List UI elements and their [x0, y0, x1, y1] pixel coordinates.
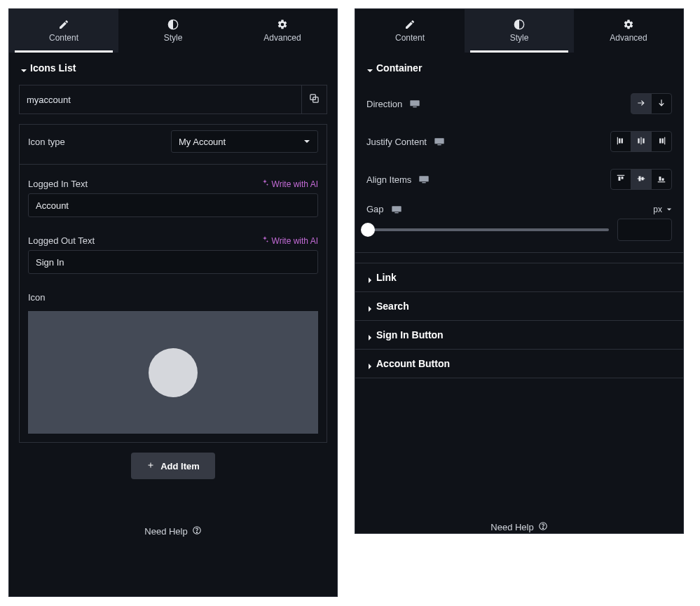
svg-rect-6 — [411, 100, 420, 106]
justify-toggle — [611, 131, 672, 152]
align-end-icon — [657, 174, 666, 186]
icon-preview[interactable] — [28, 311, 318, 434]
tab-advanced[interactable]: Advanced — [228, 9, 337, 53]
svg-rect-27 — [658, 181, 666, 182]
direction-column-button[interactable] — [651, 93, 672, 114]
link-section-title: Link — [376, 272, 397, 283]
tab-advanced-label: Advanced — [263, 33, 301, 43]
sign-in-section-header[interactable]: Sign In Button — [355, 320, 683, 349]
svg-rect-15 — [643, 138, 644, 143]
icons-list-title: Icons List — [30, 62, 76, 74]
chevron-down-icon — [20, 65, 26, 71]
desktop-icon[interactable] — [409, 99, 420, 108]
direction-row-button[interactable] — [631, 93, 652, 114]
chevron-right-icon — [366, 361, 372, 366]
svg-rect-16 — [664, 137, 665, 144]
svg-point-33 — [542, 528, 543, 528]
svg-rect-11 — [619, 138, 620, 143]
icon-type-label: Icon type — [28, 137, 65, 147]
slider-thumb[interactable] — [361, 223, 375, 237]
svg-rect-8 — [434, 138, 444, 144]
justify-center-button[interactable] — [631, 131, 652, 152]
logged-in-text-input[interactable] — [28, 193, 318, 217]
tabs-left: Content Style Advanced — [9, 9, 337, 53]
container-body: Direction Justify Content — [355, 82, 683, 263]
direction-toggle — [631, 93, 672, 114]
logged-out-label: Logged Out Text — [28, 235, 95, 246]
align-start-icon — [616, 174, 626, 186]
svg-point-4 — [196, 532, 197, 532]
tab-style[interactable]: Style — [118, 9, 228, 53]
pencil-icon — [404, 19, 416, 30]
container-header[interactable]: Container — [355, 53, 683, 82]
tabs-right: Content Style Advanced — [355, 9, 683, 53]
svg-rect-26 — [642, 177, 644, 180]
svg-rect-23 — [622, 177, 624, 179]
align-start-button[interactable] — [610, 169, 631, 190]
search-section-header[interactable]: Search — [355, 291, 683, 320]
add-item-button[interactable]: Add Item — [131, 453, 215, 479]
style-panel: Content Style Advanced Container — [355, 8, 684, 534]
arrow-right-icon — [636, 98, 646, 110]
item-editor: Icon type My Account Logged In Text — [19, 124, 327, 443]
svg-rect-31 — [394, 212, 398, 213]
contrast-icon — [167, 19, 179, 30]
icon-placeholder-circle — [149, 348, 198, 397]
duplicate-button[interactable] — [301, 85, 327, 113]
gear-icon — [623, 19, 634, 30]
help-icon — [538, 521, 548, 533]
write-with-ai-button[interactable]: Write with AI — [261, 235, 318, 246]
list-item: myaccount — [19, 85, 327, 114]
chevron-right-icon — [366, 332, 372, 338]
gear-icon — [277, 19, 288, 30]
svg-rect-28 — [659, 177, 661, 181]
desktop-icon[interactable] — [434, 137, 445, 146]
need-help-link[interactable]: Need Help — [9, 506, 337, 596]
pencil-icon — [58, 19, 69, 30]
tab-content[interactable]: Content — [355, 9, 465, 53]
item-name: myaccount — [27, 95, 71, 105]
svg-rect-20 — [423, 182, 426, 183]
justify-end-button[interactable] — [651, 131, 672, 152]
tab-content-label: Content — [49, 33, 78, 43]
gap-slider[interactable] — [366, 228, 609, 231]
gap-unit-select[interactable]: px — [653, 205, 672, 214]
justify-start-button[interactable] — [610, 131, 631, 152]
write-with-ai-button[interactable]: Write with AI — [261, 179, 318, 189]
align-end-button[interactable] — [651, 169, 672, 190]
desktop-icon[interactable] — [418, 175, 430, 184]
add-item-label: Add Item — [160, 461, 200, 471]
icon-type-select[interactable]: My Account — [171, 130, 318, 153]
icons-list-header[interactable]: Icons List — [9, 53, 337, 82]
svg-rect-14 — [638, 138, 639, 143]
align-center-button[interactable] — [631, 169, 652, 190]
svg-rect-30 — [392, 206, 401, 212]
content-panel: Content Style Advanced Icons List — [8, 8, 338, 597]
account-section-header[interactable]: Account Button — [355, 349, 683, 378]
need-help-link[interactable]: Need Help — [355, 492, 683, 533]
svg-rect-12 — [622, 138, 623, 143]
chevron-right-icon — [366, 275, 372, 280]
icon-label: Icon — [28, 292, 46, 303]
desktop-icon[interactable] — [391, 205, 402, 214]
gap-label: Gap — [366, 204, 384, 214]
icon-type-value: My Account — [179, 137, 226, 147]
logged-in-label: Logged In Text — [28, 179, 88, 189]
sign-in-section-title: Sign In Button — [376, 329, 444, 340]
tab-content[interactable]: Content — [9, 9, 118, 53]
tab-style[interactable]: Style — [465, 9, 574, 53]
tab-advanced[interactable]: Advanced — [574, 9, 683, 53]
logged-out-text-input[interactable] — [28, 250, 318, 274]
svg-rect-25 — [639, 176, 641, 181]
svg-rect-22 — [619, 177, 621, 181]
link-section-header[interactable]: Link — [355, 263, 683, 291]
tab-style-label: Style — [510, 33, 529, 43]
container-title: Container — [376, 62, 422, 74]
chevron-right-icon — [366, 303, 372, 309]
svg-rect-7 — [413, 106, 417, 107]
write-with-ai-label: Write with AI — [272, 236, 318, 246]
justify-center-icon — [636, 136, 646, 148]
svg-rect-9 — [437, 144, 441, 145]
icons-list-body: myaccount Icon type My Account — [9, 82, 337, 479]
gap-number-input[interactable] — [617, 219, 672, 241]
